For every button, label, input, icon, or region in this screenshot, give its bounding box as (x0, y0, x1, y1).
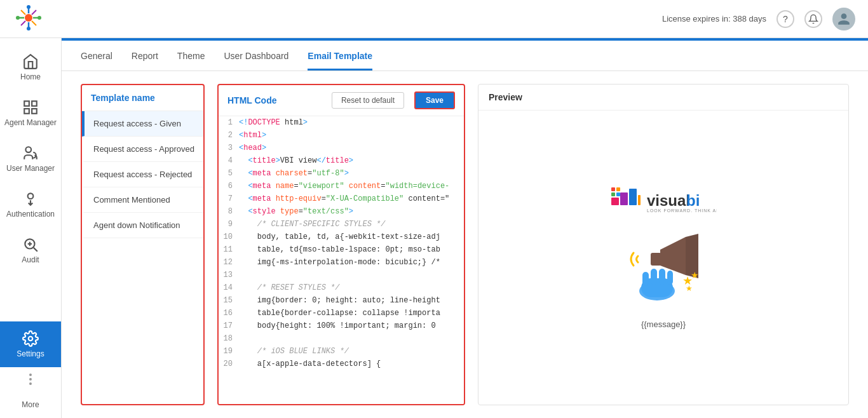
code-line: 9 /* CLIENT-SPECIFIC STYLES */ (219, 218, 464, 231)
topbar-logo (13, 2, 44, 36)
user-avatar[interactable] (832, 8, 855, 30)
preview-header: Preview (478, 84, 848, 111)
settings-content: Template name Request access - Given Req… (62, 71, 868, 418)
template-list-header: Template name (82, 85, 203, 111)
tab-report[interactable]: Report (132, 41, 158, 71)
code-line: 3<head> (219, 142, 464, 154)
save-button[interactable]: Save (414, 91, 455, 109)
svg-rect-24 (611, 198, 619, 205)
code-line: 8 <style type="text/css"> (219, 205, 464, 218)
sidebar-item-audit[interactable]: Audit (0, 227, 61, 273)
template-item-rejected[interactable]: Request access - Rejected (82, 162, 203, 187)
code-line: 14 /* RESET STYLES */ (219, 281, 464, 294)
svg-line-7 (32, 10, 36, 15)
sidebar-item-user-manager[interactable]: User Manager (0, 136, 61, 182)
svg-text:bi: bi (686, 192, 700, 209)
tab-email-template[interactable]: Email Template (308, 41, 372, 71)
sidebar-item-agent-manager[interactable]: Agent Manager (0, 90, 61, 136)
megaphone-illustration: ★ ★ ★ (622, 231, 705, 307)
visualbi-logo-icon (610, 186, 642, 218)
tab-user-dashboard[interactable]: User Dashboard (224, 41, 288, 71)
svg-point-11 (16, 16, 20, 20)
sidebar-more-dots (29, 367, 32, 391)
topbar-right: License expires in: 388 days ? (662, 8, 855, 30)
svg-rect-16 (32, 109, 37, 114)
svg-point-23 (29, 337, 33, 341)
preview-panel: Preview (478, 84, 849, 405)
main-layout: Home Agent Manager User Manager (0, 38, 868, 418)
svg-line-20 (34, 248, 37, 252)
email-template-layout: Template name Request access - Given Req… (81, 84, 849, 405)
svg-rect-37 (642, 272, 649, 286)
template-item-comment[interactable]: Comment Mentioned (82, 187, 203, 213)
code-line: 7 <meta http-equiv="X-UA-Compatible" con… (219, 192, 464, 205)
svg-rect-14 (32, 101, 37, 106)
sidebar-item-auth-label: Authentication (6, 210, 55, 219)
license-text: License expires in: 388 days (662, 14, 766, 24)
svg-rect-13 (24, 101, 29, 106)
svg-rect-38 (651, 269, 657, 285)
topbar: License expires in: 388 days ? (0, 0, 868, 38)
notifications-button[interactable] (804, 10, 822, 28)
template-item-agent-down[interactable]: Agent down Notification (82, 213, 203, 238)
svg-rect-27 (638, 195, 641, 205)
svg-rect-41 (651, 253, 661, 266)
svg-text:visual: visual (647, 192, 690, 209)
preview-body: visual bi LOOK FORWARD. THINK AHEAD. (478, 111, 848, 405)
code-line: 1<!DOCTYPE html> (219, 116, 464, 129)
visualbi-logo: visual bi LOOK FORWARD. THINK AHEAD. (610, 186, 717, 218)
svg-text:★: ★ (686, 284, 693, 293)
tab-theme[interactable]: Theme (177, 41, 205, 71)
html-code-header: HTML Code Reset to default Save (219, 85, 464, 116)
sidebar-item-settings[interactable]: Settings (0, 321, 61, 367)
tab-general[interactable]: General (81, 41, 112, 71)
svg-line-6 (32, 21, 36, 25)
code-line: 12 img{-ms-interpolation-mode: bicubic;}… (219, 256, 464, 269)
svg-point-9 (27, 5, 31, 9)
code-line: 6 <meta name="viewport" content="width=d… (219, 180, 464, 192)
reset-to-default-button[interactable]: Reset to default (332, 92, 404, 109)
svg-text:LOOK FORWARD. THINK AHEAD.: LOOK FORWARD. THINK AHEAD. (647, 208, 717, 213)
html-code-title: HTML Code (227, 95, 277, 105)
code-line: 20 a[x-apple-data-detectors] { (219, 358, 464, 370)
sidebar-item-audit-label: Audit (22, 255, 39, 264)
sidebar-item-home-label: Home (20, 72, 41, 81)
svg-rect-15 (24, 109, 29, 114)
svg-rect-30 (611, 192, 615, 196)
svg-rect-31 (616, 192, 620, 196)
code-editor[interactable]: 1<!DOCTYPE html> 2<html> 3<head> 4 <titl… (219, 116, 464, 404)
template-item-approved[interactable]: Request access - Approved (82, 137, 203, 162)
code-line: 4 <title>VBI view</title> (219, 154, 464, 167)
tabs-bar: General Report Theme User Dashboard Emai… (62, 41, 868, 71)
code-line: 13 (219, 269, 464, 281)
svg-rect-28 (611, 187, 615, 191)
svg-point-12 (37, 16, 41, 20)
sidebar-item-more[interactable]: More (0, 391, 61, 418)
content-area: General Report Theme User Dashboard Emai… (62, 38, 868, 418)
help-button[interactable]: ? (776, 10, 794, 28)
code-line: 10 body, table, td, a{-webkit-text-size-… (219, 231, 464, 243)
code-line: 15 img{border: 0; height: auto; line-hei… (219, 294, 464, 307)
template-list-panel: Template name Request access - Given Req… (81, 84, 205, 405)
sidebar-item-authentication[interactable]: Authentication (0, 182, 61, 227)
svg-rect-26 (629, 189, 637, 205)
svg-line-8 (21, 21, 25, 25)
code-line: 17 body{height: 100% !important; margin:… (219, 320, 464, 332)
template-item-given[interactable]: Request access - Given (82, 111, 203, 137)
code-line: 11 table, td{mso-table-lspace: 0pt; mso-… (219, 243, 464, 256)
code-line: 19 /* iOS BLUE LINKS */ (219, 345, 464, 358)
sidebar-item-user-label: User Manager (6, 164, 55, 173)
code-line: 5 <meta charset="utf-8"> (219, 167, 464, 180)
svg-point-10 (27, 27, 31, 30)
sidebar-item-home[interactable]: Home (0, 44, 61, 90)
code-line: 18 (219, 332, 464, 345)
svg-rect-39 (659, 269, 665, 285)
svg-rect-29 (616, 187, 620, 191)
sidebar-more-label: More (22, 400, 39, 409)
visualbi-text: visual bi LOOK FORWARD. THINK AHEAD. (647, 188, 717, 216)
sidebar: Home Agent Manager User Manager (0, 38, 62, 418)
svg-line-5 (21, 10, 25, 15)
sidebar-item-agent-label: Agent Manager (4, 118, 57, 127)
sidebar-item-settings-label: Settings (17, 349, 44, 358)
svg-point-17 (25, 147, 31, 152)
